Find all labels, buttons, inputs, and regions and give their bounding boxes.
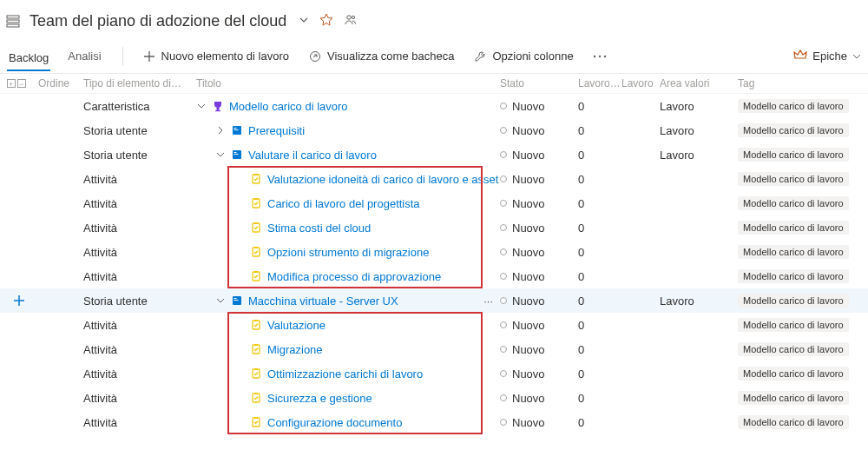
row-more-icon[interactable]: ··· [477, 294, 500, 308]
svg-point-6 [593, 55, 595, 56]
tag-pill: Modello carico di lavoro [738, 294, 849, 308]
work-item-type: Attività [83, 246, 196, 259]
effort-cell: 0 [578, 173, 621, 186]
tags-cell: Modello carico di lavoro [738, 196, 868, 210]
work-item-type: Storia utente [83, 294, 196, 308]
table-row[interactable]: Attività·Opzioni strumento di migrazione… [0, 240, 868, 264]
state-cell: Nuovo [500, 100, 578, 113]
svg-rect-2 [7, 24, 19, 27]
col-title[interactable]: Titolo [196, 77, 500, 89]
work-item-type: Attività [83, 319, 196, 332]
state-dot-icon [500, 224, 507, 231]
col-effort[interactable]: Lavoro… [578, 77, 621, 89]
tab-analysis[interactable]: Analisi [66, 46, 102, 66]
table-row[interactable]: Attività·Valutazione idoneità di carico … [0, 167, 868, 191]
col-type[interactable]: Tipo di elemento di… [83, 77, 196, 89]
svg-rect-33 [254, 344, 258, 346]
work-item-title-link[interactable]: Ottimizzazione carichi di lavoro [267, 367, 423, 381]
work-item-title-link[interactable]: Valutazione idoneità di carico di lavoro… [267, 173, 498, 186]
svg-rect-35 [254, 368, 258, 370]
add-child-button[interactable] [0, 294, 38, 307]
effort-cell: 0 [578, 416, 621, 429]
work-item-title-link[interactable]: Sicurezza e gestione [267, 392, 372, 405]
table-row[interactable]: Attività·Sicurezza e gestioneNuovo0Model… [0, 386, 868, 410]
state-dot-icon [500, 394, 507, 401]
col-work[interactable]: Lavoro [621, 77, 660, 89]
tags-cell: Modello carico di lavoro [738, 221, 868, 235]
collapse-arrow-icon[interactable] [196, 102, 207, 110]
team-members-icon[interactable] [344, 13, 358, 30]
work-item-title-link[interactable]: Modello carico di lavoro [229, 100, 348, 113]
state-dot-icon [500, 248, 507, 255]
svg-rect-31 [254, 320, 258, 321]
tags-cell: Modello carico di lavoro [738, 99, 868, 113]
work-item-title-link[interactable]: Valutare il carico di lavoro [248, 149, 377, 162]
more-toolbar-button[interactable] [593, 50, 607, 63]
table-row[interactable]: Attività·Stima costi del cloudNuovo0Mode… [0, 215, 868, 240]
work-item-title-link[interactable]: Macchina virtuale - Server UX [248, 294, 398, 308]
expand-arrow-icon[interactable] [215, 126, 226, 135]
work-item-title-link[interactable]: Prerequisiti [248, 124, 305, 137]
work-item-title-link[interactable]: Migrazione [267, 343, 323, 356]
work-item-type: Attività [83, 173, 196, 186]
collapse-arrow-icon[interactable] [215, 150, 226, 159]
tags-cell: Modello carico di lavoro [738, 415, 868, 429]
work-item-title-link[interactable]: Modifica processo di approvazione [267, 270, 441, 283]
table-row[interactable]: CaratteristicaModello carico di lavoroNu… [0, 94, 868, 118]
state-dot-icon [500, 346, 507, 353]
chevron-down-icon [852, 52, 861, 61]
work-item-title-link[interactable]: Configurazione documento [267, 416, 402, 429]
work-item-type: Attività [83, 367, 196, 381]
effort-cell: 0 [578, 246, 621, 259]
tags-cell: Modello carico di lavoro [738, 367, 868, 381]
col-area[interactable]: Area valori [660, 77, 738, 89]
work-item-type: Storia utente [83, 124, 196, 137]
tags-cell: Modello carico di lavoro [738, 148, 868, 162]
column-options-button[interactable]: Opzioni colonne [473, 50, 573, 63]
col-tags[interactable]: Tag [738, 77, 868, 89]
work-item-title-link[interactable]: Opzioni strumento di migrazione [267, 246, 429, 259]
table-row[interactable]: Attività·MigrazioneNuovo0Modello carico … [0, 337, 868, 361]
table-row[interactable]: Attività·ValutazioneNuovo0Modello carico… [0, 313, 868, 337]
work-item-title-link[interactable]: Carico di lavoro del progettista [267, 197, 420, 210]
team-chevron-icon[interactable] [299, 15, 309, 28]
work-item-type: Storia utente [83, 149, 196, 162]
state-dot-icon [500, 127, 507, 134]
svg-point-7 [598, 55, 600, 56]
area-cell: Lavoro [660, 100, 738, 113]
clip-icon [250, 197, 262, 209]
area-cell: Lavoro [660, 124, 738, 137]
work-item-title-link[interactable]: Valutazione [267, 319, 326, 332]
effort-cell: 0 [578, 367, 621, 381]
state-dot-icon [500, 103, 507, 109]
table-row[interactable]: Storia utenteValutare il carico di lavor… [0, 142, 868, 167]
effort-cell: 0 [578, 343, 621, 356]
collapse-all-icon[interactable] [17, 79, 26, 88]
tab-backlog[interactable]: Backlog [7, 48, 50, 71]
view-as-board-button[interactable]: Visualizza come bacheca [308, 50, 454, 63]
new-work-item-button[interactable]: Nuovo elemento di lavoro [142, 50, 289, 63]
tags-cell: Modello carico di lavoro [738, 342, 868, 356]
clip-icon [250, 392, 262, 404]
backlog-level-selector[interactable]: Epiche [793, 48, 861, 64]
table-row[interactable]: Storia utenteMacchina virtuale - Server … [0, 288, 868, 313]
state-dot-icon [500, 297, 507, 304]
col-order[interactable]: Ordine [38, 77, 83, 89]
epic-crown-icon [793, 48, 807, 64]
work-item-title-link[interactable]: Stima costi del cloud [267, 222, 371, 235]
col-state[interactable]: Stato [500, 77, 578, 89]
favorite-star-icon[interactable] [319, 13, 333, 30]
table-row[interactable]: Storia utentePrerequisitiNuovo0LavoroMod… [0, 118, 868, 142]
expand-all-icon[interactable] [7, 79, 16, 88]
effort-cell: 0 [578, 197, 621, 210]
clip-icon [250, 173, 262, 185]
table-row[interactable]: Attività·Carico di lavoro del progettist… [0, 191, 868, 215]
table-row[interactable]: Attività·Modifica processo di approvazio… [0, 264, 868, 288]
collapse-arrow-icon[interactable] [215, 296, 226, 305]
state-cell: Nuovo [500, 173, 578, 186]
svg-rect-0 [7, 16, 19, 18]
svg-rect-22 [254, 222, 258, 224]
table-row[interactable]: Attività·Ottimizzazione carichi di lavor… [0, 361, 868, 386]
table-row[interactable]: Attività·Configurazione documentoNuovo0M… [0, 410, 868, 434]
book-icon [231, 149, 243, 161]
